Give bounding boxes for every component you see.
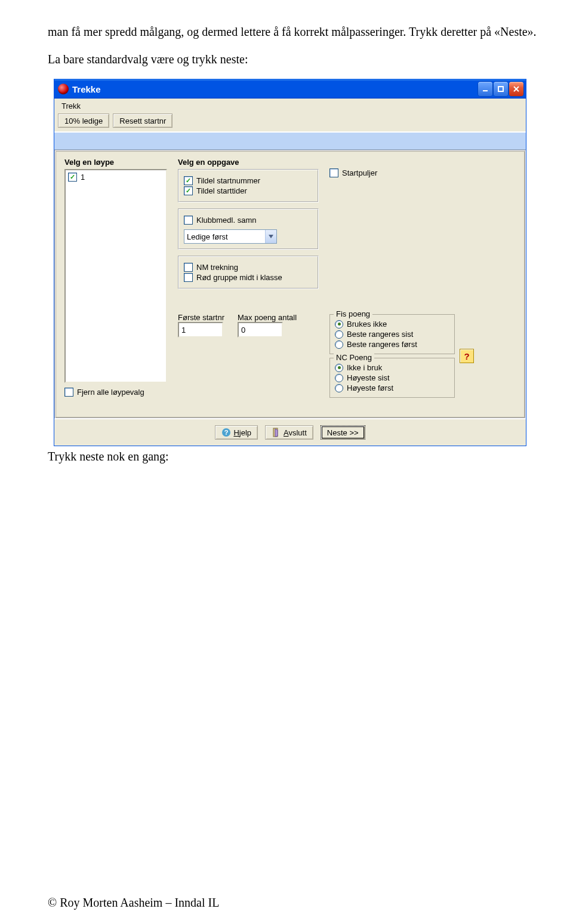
nc-label-c: Høyeste først bbox=[347, 383, 393, 392]
hjelp-button[interactable]: ? Hjelp bbox=[215, 425, 258, 440]
window-title: Trekke bbox=[72, 84, 478, 94]
dialog-footer: ? Hjelp Avslutt Neste >> bbox=[54, 419, 526, 446]
oppgave-group-1: Tildel startnummer Tildel starttider bbox=[178, 169, 319, 202]
menu-bar: Trekk bbox=[54, 99, 526, 112]
toolbar: 10% ledige Resett startnr bbox=[54, 112, 526, 131]
nc-radio-ikke[interactable] bbox=[335, 364, 343, 372]
checkbox-icon[interactable] bbox=[68, 173, 77, 182]
nc-poeng-legend: NC Poeng bbox=[334, 353, 374, 362]
page-footer: © Roy Morten Aasheim – Inndal IL bbox=[48, 896, 219, 910]
app-icon bbox=[58, 84, 69, 94]
tildel-starttid-label: Tildel starttider bbox=[196, 186, 247, 195]
doc-paragraph-1: man få mer spredd målgang, og dermed let… bbox=[48, 24, 549, 39]
hjelp-label: jelp bbox=[239, 428, 251, 437]
door-icon bbox=[272, 428, 281, 437]
nc-poeng-group: NC Poeng Ikke i bruk Høyeste sist Høyest… bbox=[329, 358, 455, 398]
velg-loype-label: Velg en løype bbox=[64, 158, 167, 167]
header-band bbox=[54, 131, 526, 150]
loype-item-1[interactable]: 1 bbox=[68, 173, 164, 182]
nm-trekning-label: NM trekning bbox=[196, 263, 238, 272]
max-poeng-label: Max poeng antall bbox=[238, 313, 297, 322]
fis-radio-brukes-ikke[interactable] bbox=[335, 320, 343, 329]
fjern-alle-label: Fjern alle løypevalg bbox=[77, 388, 144, 397]
fis-label-a: Brukes ikke bbox=[347, 320, 387, 329]
nm-trekning-checkbox[interactable] bbox=[184, 263, 193, 272]
minimize-button[interactable] bbox=[478, 82, 492, 96]
maximize-button[interactable] bbox=[494, 82, 508, 96]
help-icon-button[interactable]: ? bbox=[460, 349, 474, 363]
avslutt-button[interactable]: Avslutt bbox=[265, 425, 313, 440]
tildel-startnr-label: Tildel startnummer bbox=[196, 176, 260, 185]
chevron-down-icon[interactable] bbox=[265, 230, 276, 243]
avslutt-label: vslutt bbox=[288, 428, 306, 437]
trekke-window: Trekke Trekk 10% bbox=[54, 79, 526, 446]
help-icon: ? bbox=[221, 428, 231, 437]
neste-button[interactable]: Neste >> bbox=[321, 425, 365, 440]
nc-radio-forst[interactable] bbox=[335, 384, 343, 392]
klubbmedl-checkbox[interactable] bbox=[184, 216, 193, 225]
rod-gruppe-label: Rød gruppe midt i klasse bbox=[196, 273, 282, 282]
menu-trekk[interactable]: Trekk bbox=[58, 100, 84, 112]
klubbmedl-label: Klubbmedl. samn bbox=[196, 216, 256, 225]
ledige-combo[interactable]: Ledige først bbox=[184, 229, 277, 244]
loype-item-label: 1 bbox=[81, 173, 85, 182]
resett-startnr-button[interactable]: Resett startnr bbox=[113, 113, 172, 128]
tildel-starttid-checkbox[interactable] bbox=[184, 186, 193, 195]
doc-paragraph-2: La bare standardvalg være og trykk neste… bbox=[48, 51, 549, 67]
velg-oppgave-label: Velg en oppgave bbox=[178, 158, 319, 167]
ten-pct-ledige-button[interactable]: 10% ledige bbox=[58, 113, 109, 128]
oppgave-group-3: NM trekning Rød gruppe midt i klasse bbox=[178, 256, 319, 289]
doc-paragraph-3: Trykk neste nok en gang: bbox=[48, 449, 549, 464]
title-bar: Trekke bbox=[54, 79, 526, 99]
startpuljer-checkbox[interactable] bbox=[329, 168, 338, 177]
nc-label-a: Ikke i bruk bbox=[347, 363, 382, 372]
svg-text:?: ? bbox=[224, 429, 229, 436]
forste-startnr-input[interactable] bbox=[178, 322, 223, 337]
startpuljer-label: Startpuljer bbox=[342, 168, 377, 177]
forste-startnr-label: Første startnr bbox=[178, 313, 224, 322]
svg-rect-0 bbox=[483, 90, 488, 91]
svg-marker-5 bbox=[275, 429, 278, 437]
rod-gruppe-checkbox[interactable] bbox=[184, 273, 193, 282]
fis-label-c: Beste rangeres først bbox=[347, 340, 417, 349]
tildel-startnr-checkbox[interactable] bbox=[184, 176, 193, 185]
fis-radio-sist[interactable] bbox=[335, 330, 343, 339]
fis-label-b: Beste rangeres sist bbox=[347, 330, 413, 339]
fis-poeng-group: Fis poeng Brukes ikke Beste rangeres sis… bbox=[329, 314, 455, 354]
nc-label-b: Høyeste sist bbox=[347, 373, 390, 382]
close-button[interactable] bbox=[509, 82, 523, 96]
max-poeng-input[interactable] bbox=[238, 322, 283, 337]
loype-listbox[interactable]: 1 bbox=[64, 169, 167, 383]
ledige-combo-value: Ledige først bbox=[184, 232, 265, 241]
nc-radio-sist[interactable] bbox=[335, 374, 343, 382]
fis-poeng-legend: Fis poeng bbox=[334, 309, 372, 318]
fis-radio-forst[interactable] bbox=[335, 340, 343, 349]
svg-rect-1 bbox=[498, 87, 503, 91]
oppgave-group-2: Klubbmedl. samn Ledige først bbox=[178, 208, 319, 250]
fjern-alle-checkbox[interactable] bbox=[64, 388, 73, 397]
